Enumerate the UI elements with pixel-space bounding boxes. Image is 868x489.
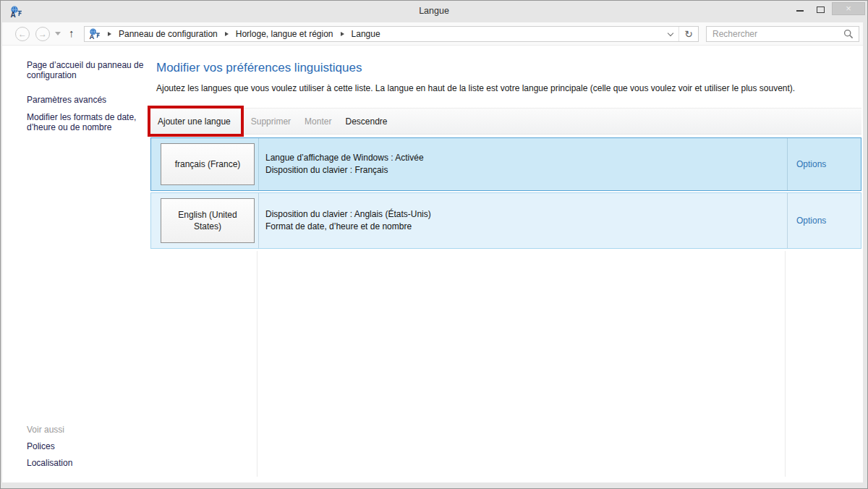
address-dropdown-icon[interactable]	[662, 27, 679, 41]
detail-line: Disposition du clavier : Anglais (États-…	[265, 208, 431, 221]
breadcrumb-control-panel[interactable]: Panneau de configuration	[119, 29, 218, 39]
client-area: ← → ↑ A Panneau de configu	[2, 22, 863, 482]
breadcrumb-language-icon: A	[89, 28, 101, 40]
up-icon[interactable]: ↑	[69, 27, 75, 39]
titlebar: A Langue ×	[1, 1, 867, 22]
column-divider	[257, 251, 258, 477]
language-control-panel-window: A Langue × ← → ↑ A	[0, 0, 868, 489]
column-divider	[258, 193, 259, 248]
detail-line: Format de date, d’heure et de nombre	[265, 221, 431, 233]
refresh-icon[interactable]: ↻	[679, 27, 698, 41]
remove-button[interactable]: Supprimer	[251, 116, 291, 127]
add-language-button[interactable]: Ajouter une langue	[158, 116, 231, 127]
language-tile-english[interactable]: English (United States)	[161, 198, 255, 243]
svg-text:A: A	[89, 33, 94, 40]
breadcrumb-separator-icon	[108, 32, 111, 36]
options-link-french[interactable]: Options	[796, 159, 826, 169]
language-tile-french[interactable]: français (France)	[161, 143, 255, 185]
move-down-button[interactable]: Descendre	[345, 116, 387, 127]
sidebar-item-control-panel-home[interactable]: Page d’accueil du panneau de configurati…	[27, 60, 156, 80]
language-details: Langue d’affichage de Windows : Activée …	[265, 152, 424, 177]
language-details: Disposition du clavier : Anglais (États-…	[265, 208, 431, 233]
column-divider	[785, 251, 786, 477]
breadcrumb-language[interactable]: Langue	[352, 29, 380, 39]
sidebar-item-change-date-time-number-formats[interactable]: Modifier les formats de date, d’heure ou…	[27, 112, 156, 132]
column-divider	[787, 138, 788, 190]
detail-line: Disposition du clavier : Français	[265, 164, 424, 177]
column-divider	[787, 193, 788, 248]
language-row-french[interactable]: français (France) Langue d’affichage de …	[150, 137, 861, 191]
sidebar-item-location[interactable]: Localisation	[27, 458, 156, 468]
maximize-button[interactable]	[811, 1, 830, 17]
see-also-header: Voir aussi	[27, 425, 64, 435]
language-row-english[interactable]: English (United States) Disposition du c…	[150, 192, 861, 249]
forward-icon[interactable]: →	[35, 27, 50, 41]
search-box	[706, 26, 859, 42]
column-divider	[258, 138, 259, 190]
window-title: Langue	[1, 6, 867, 16]
minimize-button[interactable]	[791, 1, 809, 17]
page-title: Modifier vos préférences linguistiques	[156, 61, 362, 75]
page-description: Ajoutez les langues que vous voulez util…	[156, 83, 807, 93]
close-button[interactable]: ×	[832, 2, 865, 15]
sidebar-item-fonts[interactable]: Polices	[27, 441, 156, 451]
navigation-bar: ← → ↑ A Panneau de configu	[2, 22, 863, 46]
breadcrumb-separator-icon	[341, 32, 344, 36]
back-icon[interactable]: ←	[15, 27, 30, 41]
search-icon[interactable]	[843, 29, 854, 39]
sidebar-item-advanced-settings[interactable]: Paramètres avancés	[27, 95, 156, 105]
breadcrumb-separator-icon	[225, 32, 229, 36]
options-link-english[interactable]: Options	[796, 216, 826, 226]
breadcrumb-clock-language-region[interactable]: Horloge, langue et région	[236, 29, 333, 39]
move-up-button[interactable]: Monter	[305, 116, 331, 127]
detail-line: Langue d’affichage de Windows : Activée	[265, 152, 424, 164]
address-bar[interactable]: A Panneau de configuration Horloge, lang…	[84, 26, 699, 42]
command-bar: Ajouter une langue Supprimer Monter Desc…	[150, 108, 861, 135]
search-input[interactable]	[707, 29, 843, 39]
recent-pages-chevron-icon[interactable]	[55, 32, 61, 35]
